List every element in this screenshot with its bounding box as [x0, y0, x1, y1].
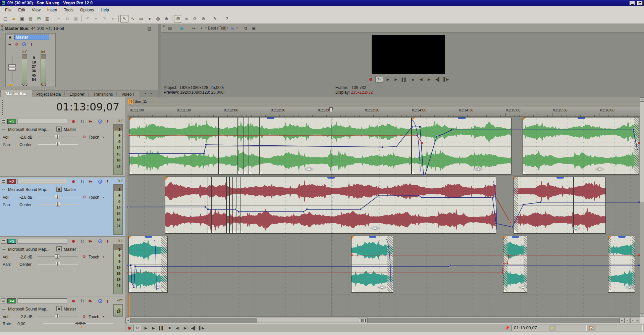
play-from-start-button[interactable]: |▶	[142, 325, 149, 331]
paste-icon[interactable]: ▣	[72, 15, 80, 22]
event-gain-icon[interactable]: ◁▣▷	[474, 167, 481, 171]
audio-event[interactable]: ◁▣▷	[412, 117, 512, 175]
mute-icon[interactable]	[97, 239, 103, 244]
undo-dropdown-icon[interactable]: ▾	[92, 15, 100, 22]
play-from-start-button[interactable]: |▶	[384, 76, 391, 83]
audio-event[interactable]: ◁▣▷	[128, 236, 168, 293]
tab-transitions[interactable]: Transitions	[88, 91, 118, 97]
solo-icon[interactable]: !	[105, 298, 111, 304]
collapse-track-icon[interactable]	[1, 179, 6, 184]
save-snapshot-icon[interactable]: ▣	[250, 25, 258, 32]
lock-envelopes-icon[interactable]: ⊘	[191, 15, 199, 22]
previous-frame-button[interactable]: ◀▌	[190, 325, 198, 331]
pan-slider[interactable]	[38, 142, 78, 147]
go-to-start-button[interactable]: ◀|	[174, 325, 181, 331]
volume-slider[interactable]	[38, 254, 78, 259]
event-edge-handle[interactable]	[369, 236, 376, 238]
vertical-scroll-thumb[interactable]	[640, 101, 644, 202]
zoom-tool-icon[interactable]: ◎	[635, 318, 640, 323]
envelope-edit-tool-icon[interactable]: ∿	[129, 15, 137, 22]
master-fader-handle[interactable]	[8, 64, 16, 70]
split-screen-icon[interactable]: ◐	[198, 25, 205, 32]
pause-button[interactable]: ▌▌	[400, 76, 408, 83]
track-envelope-icon[interactable]: ⌇⌇	[79, 239, 85, 244]
volume-slider[interactable]	[38, 195, 78, 199]
solo-icon[interactable]: !	[29, 42, 35, 47]
track-header-4[interactable]: ◀4⌇⌇✱▾!-Inf.⊶Microsoft Sound Map...▣Mast…	[0, 297, 125, 319]
redo-dropdown-icon[interactable]: ▾	[109, 15, 117, 22]
window-menu-icon[interactable]: ▤	[146, 25, 153, 32]
zoom-edge-left-handle[interactable]: ▐	[359, 319, 363, 322]
track-envelope-icon[interactable]: ⌇⌇	[79, 298, 85, 304]
chain-icon[interactable]: ⊶	[1, 187, 7, 192]
zoom-edit-tool-icon[interactable]: ◎	[154, 15, 162, 22]
auto-ripple-icon[interactable]: ≡	[182, 15, 191, 22]
edit-tool-dropdown-icon[interactable]: ▾	[146, 15, 154, 22]
whats-this-help-icon[interactable]: ?	[223, 15, 231, 22]
dock-splitter[interactable]	[158, 24, 161, 97]
pause-button[interactable]: ▌▌	[158, 325, 165, 331]
selection-start-field[interactable]	[556, 325, 587, 331]
track-name-field[interactable]	[17, 298, 67, 303]
automation-gear-icon[interactable]: ⚙	[81, 134, 87, 140]
audio-event[interactable]: ◁▣▷	[608, 236, 635, 293]
new-project-icon[interactable]: ▢	[1, 15, 9, 22]
track-header-1[interactable]: ◀1⌇⌇✱▾!-Inf.⊶Microsoft Sound Map...▣Mast…	[0, 117, 125, 177]
chain-icon[interactable]: ⊶	[1, 247, 7, 252]
trackview-splitter[interactable]	[125, 97, 127, 332]
tab-video-f[interactable]: Video F	[116, 91, 141, 97]
menu-file[interactable]: File	[2, 7, 14, 13]
record-button[interactable]	[367, 76, 375, 83]
track-fx-icon[interactable]: ✱▾	[87, 119, 93, 124]
copy-icon[interactable]: ⧉	[63, 15, 71, 22]
zoom-in-icon[interactable]: +	[630, 318, 635, 323]
bus-button[interactable]: ▣	[56, 187, 62, 192]
automation-gear-icon[interactable]: ⚙	[81, 314, 87, 319]
audio-event[interactable]: ◁▣▷	[351, 236, 393, 293]
dock-arrow-icon[interactable]: ◂	[1, 28, 3, 31]
event-gain-icon[interactable]: ◁▣▷	[625, 285, 633, 289]
next-frame-button[interactable]: ▌▶	[442, 76, 450, 83]
scroll-down-icon[interactable]: ▾	[640, 313, 644, 317]
event-gain-icon[interactable]: ◁▣▷	[371, 226, 378, 230]
tab-project-media[interactable]: Project Media	[31, 91, 66, 97]
timeline-track-lane-1[interactable]: ◁▣▷◁▣▷◁▣▷	[127, 117, 640, 176]
event-edge-handle[interactable]	[458, 117, 466, 119]
render-as-icon[interactable]: ▥	[43, 15, 51, 22]
automation-dropdown-icon[interactable]: ▾	[103, 315, 104, 318]
timeline-track-lane-4[interactable]	[127, 295, 640, 317]
dock-menu-icon[interactable]: ▤	[166, 25, 174, 32]
tab-scroll-right-icon[interactable]: ▸	[148, 90, 155, 96]
lock-icon[interactable]: 🔒	[8, 81, 14, 87]
tab-explorer[interactable]: Explorer	[64, 91, 90, 97]
bus-button[interactable]: ▣	[56, 306, 62, 311]
track-fx-icon[interactable]: ✱▾	[87, 298, 93, 304]
horizontal-scroll-thumb[interactable]: ▐ ▐	[257, 318, 368, 323]
pan-slider[interactable]	[38, 202, 78, 207]
play-button[interactable]: ▶	[150, 325, 157, 331]
timeline-grip[interactable]	[1, 99, 3, 115]
timeline-track-lane-2[interactable]: ◁▣▷◁▣▷	[127, 176, 640, 235]
chain-icon[interactable]: ⊶	[1, 306, 7, 312]
tab-master-bus[interactable]: Master Bus	[0, 90, 33, 97]
project-properties-icon[interactable]: ▤	[26, 15, 35, 22]
master-mode-button[interactable]: ▣	[7, 35, 13, 40]
chain-icon[interactable]: ⊶	[1, 127, 7, 132]
menu-tools[interactable]: Tools	[61, 7, 76, 13]
plug-icon[interactable]: ⊶	[6, 42, 12, 47]
collapse-track-icon[interactable]	[1, 119, 6, 124]
open-project-icon[interactable]: ▰	[10, 15, 18, 22]
record-arm-icon[interactable]	[70, 298, 76, 304]
event-edge-handle[interactable]	[556, 177, 564, 179]
redo-icon[interactable]: ↷	[100, 15, 108, 22]
rate-marker-icon[interactable]: ▲	[80, 325, 84, 329]
transport-timecode-field[interactable]: 01:13:09,07	[512, 325, 549, 331]
minimize-button[interactable]	[630, 1, 635, 5]
menu-edit[interactable]: Edit	[15, 7, 28, 13]
undo-icon[interactable]: ↶	[84, 15, 92, 22]
volume-slider[interactable]	[38, 135, 78, 139]
track-name-field[interactable]	[17, 119, 67, 124]
master-name-field[interactable]: Master	[14, 35, 49, 40]
horizontal-scrollbar[interactable]: ◂ ▐ ▐ ▸ − + ◎	[125, 318, 640, 323]
event-gain-icon[interactable]: ◁▣▷	[305, 167, 312, 171]
